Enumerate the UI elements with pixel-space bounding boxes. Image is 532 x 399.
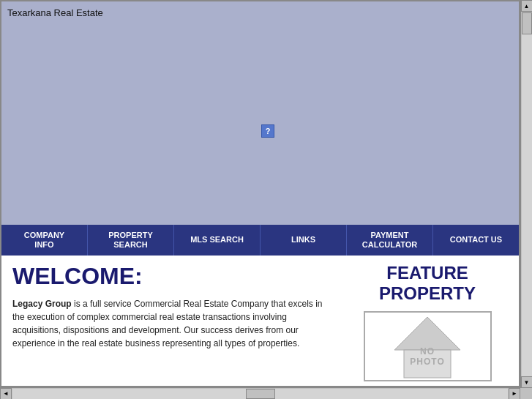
scrollbar-thumb-horizontal[interactable] <box>246 389 275 399</box>
main-content: Texarkana Real Estate ? COMPANYINFO PROP… <box>0 0 520 387</box>
scroll-left-button[interactable]: ◄ <box>0 388 12 400</box>
scrollbar-bottom: ◄ ► <box>0 387 520 399</box>
scrollbar-track-horizontal <box>12 389 508 399</box>
question-mark-icon: ? <box>261 124 274 138</box>
content-section: WELCOME: Legacy Group is a full service … <box>1 256 519 387</box>
scrollbar-right: ▲ ▼ <box>520 0 532 388</box>
nav-item-company-info[interactable]: COMPANYINFO <box>1 225 88 256</box>
feature-property-title: FEATURE PROPERTY <box>347 263 508 304</box>
nav-item-payment-calculator[interactable]: PAYMENTCALCULATOR <box>347 225 433 256</box>
no-photo-box: NO PHOTO <box>364 311 492 381</box>
svg-marker-0 <box>394 317 460 350</box>
scroll-down-button[interactable]: ▼ <box>521 376 533 388</box>
no-photo-label: NO PHOTO <box>410 346 444 367</box>
header-banner: Texarkana Real Estate ? <box>1 1 519 225</box>
nav-item-mls-search[interactable]: MLS SEARCH <box>174 225 261 256</box>
scroll-up-button[interactable]: ▲ <box>521 0 533 12</box>
nav-item-property-search[interactable]: PROPERTYSEARCH <box>88 225 174 256</box>
right-content: FEATURE PROPERTY NO PHOTO <box>347 263 508 381</box>
left-content: WELCOME: Legacy Group is a full service … <box>12 263 347 381</box>
navigation-bar: COMPANYINFO PROPERTYSEARCH MLS SEARCH LI… <box>1 225 519 256</box>
header-title: Texarkana Real Estate <box>7 7 103 18</box>
scrollbar-thumb[interactable] <box>522 12 532 34</box>
nav-item-contact-us[interactable]: CONTACT US <box>433 225 519 256</box>
welcome-title: WELCOME: <box>12 263 332 290</box>
company-name: Legacy Group <box>12 299 72 309</box>
scroll-right-button[interactable]: ► <box>509 388 520 400</box>
outer-container: Texarkana Real Estate ? COMPANYINFO PROP… <box>0 0 532 399</box>
nav-item-links[interactable]: LINKS <box>261 225 347 256</box>
scrollbar-track <box>522 12 532 387</box>
description-text: Legacy Group is a full service Commercia… <box>12 297 332 350</box>
